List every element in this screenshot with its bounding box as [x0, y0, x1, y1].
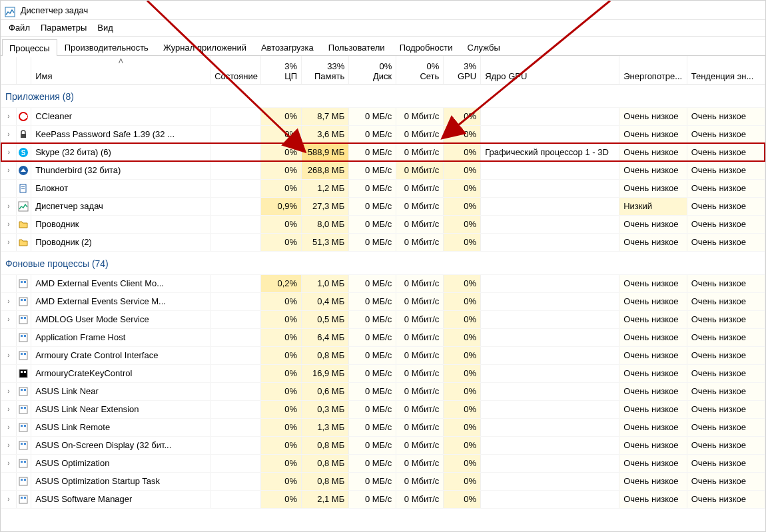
cell-gpu: 0% — [444, 125, 481, 143]
expand-chevron-icon[interactable] — [1, 328, 16, 346]
cell-energy: Очень низкое — [619, 382, 687, 400]
cell-gpucore: Графический процессор 1 - 3D — [481, 143, 619, 161]
tab-6[interactable]: Службы — [460, 39, 508, 57]
cell-energy: Низкий — [619, 197, 687, 215]
cell-mem: 0,8 МБ — [302, 454, 349, 472]
col-header-cpu[interactable]: 3%ЦП — [261, 56, 302, 84]
expand-chevron-icon[interactable]: › — [1, 400, 16, 418]
expand-chevron-icon[interactable]: › — [1, 161, 16, 179]
process-row[interactable]: Application Frame Host0%6,4 МБ0 МБ/с0 Мб… — [1, 328, 765, 346]
col-header-disk[interactable]: 0%Диск — [349, 56, 396, 84]
cell-trend: Очень низкое — [687, 310, 765, 328]
expand-chevron-icon[interactable]: › — [1, 436, 16, 454]
cell-gpucore — [481, 274, 619, 292]
process-row[interactable]: ›Проводник (2)0%51,3 МБ0 МБ/с0 Мбит/с0%О… — [1, 233, 765, 251]
process-row[interactable]: ›Проводник0%8,0 МБ0 МБ/с0 Мбит/с0%Очень … — [1, 215, 765, 233]
process-grid[interactable]: ᐱИмяСостояние3%ЦП33%Память0%Диск0%Сеть3%… — [1, 56, 765, 532]
expand-chevron-icon[interactable]: › — [1, 346, 16, 364]
cell-energy: Очень низкое — [619, 107, 687, 125]
tab-0[interactable]: Процессы — [2, 39, 57, 57]
tab-2[interactable]: Журнал приложений — [156, 39, 254, 57]
cell-net: 0 Мбит/с — [396, 364, 444, 382]
cell-gpu: 0% — [444, 215, 481, 233]
cell-disk: 0 МБ/с — [349, 143, 396, 161]
process-row[interactable]: ›Thunderbird (32 бита)0%268,8 МБ0 МБ/с0 … — [1, 161, 765, 179]
tab-4[interactable]: Пользователи — [321, 39, 392, 57]
process-row[interactable]: ›AMDLOG User Mode Service0%0,5 МБ0 МБ/с0… — [1, 310, 765, 328]
menu-file[interactable]: Файл — [3, 21, 35, 34]
expand-chevron-icon[interactable]: › — [1, 125, 16, 143]
expand-chevron-icon[interactable] — [1, 364, 16, 382]
process-row[interactable]: ›ASUS Software Manager0%2,1 МБ0 МБ/с0 Мб… — [1, 490, 765, 508]
group-header[interactable]: Приложения (8) — [1, 84, 765, 107]
menu-options[interactable]: Параметры — [35, 21, 92, 34]
expand-chevron-icon[interactable] — [1, 472, 16, 490]
expand-chevron-icon[interactable]: › — [1, 197, 16, 215]
process-row[interactable]: ›ASUS Optimization0%0,8 МБ0 МБ/с0 Мбит/с… — [1, 454, 765, 472]
process-icon — [16, 454, 31, 472]
cell-energy: Очень низкое — [619, 364, 687, 382]
cell-energy: Очень низкое — [619, 328, 687, 346]
process-row[interactable]: ›Armoury Crate Control Interface0%0,8 МБ… — [1, 346, 765, 364]
expand-chevron-icon[interactable]: › — [1, 292, 16, 310]
expand-chevron-icon[interactable]: › — [1, 215, 16, 233]
cell-trend: Очень низкое — [687, 215, 765, 233]
process-row[interactable]: ›AMD External Events Service M...0%0,4 М… — [1, 292, 765, 310]
cell-gpucore — [481, 346, 619, 364]
process-row[interactable]: ›ASUS On-Screen Display (32 бит...0%0,8 … — [1, 436, 765, 454]
cell-trend: Очень низкое — [687, 490, 765, 508]
col-header-gpucore[interactable]: Ядро GPU — [481, 56, 619, 84]
expand-chevron-icon[interactable]: › — [1, 310, 16, 328]
process-row[interactable]: ›ASUS Link Remote0%1,3 МБ0 МБ/с0 Мбит/с0… — [1, 418, 765, 436]
process-row[interactable]: Блокнот0%1,2 МБ0 МБ/с0 Мбит/с0%Очень низ… — [1, 179, 765, 197]
cell-net: 0 Мбит/с — [396, 328, 444, 346]
process-name: ASUS Optimization — [31, 454, 210, 472]
expand-chevron-icon[interactable]: › — [1, 418, 16, 436]
expand-chevron-icon[interactable]: › — [1, 454, 16, 472]
col-header-gpu[interactable]: 3%GPU — [444, 56, 481, 84]
cell-disk: 0 МБ/с — [349, 107, 396, 125]
cell-disk: 0 МБ/с — [349, 346, 396, 364]
expand-chevron-icon[interactable]: › — [1, 490, 16, 508]
titlebar[interactable]: Диспетчер задач — [1, 1, 765, 20]
expand-chevron-icon[interactable]: › — [1, 143, 16, 161]
process-row[interactable]: ›ASUS Link Near0%0,6 МБ0 МБ/с0 Мбит/с0%О… — [1, 382, 765, 400]
cell-gpu: 0% — [444, 400, 481, 418]
menu-view[interactable]: Вид — [92, 21, 119, 34]
process-name: ASUS Software Manager — [31, 490, 210, 508]
process-row[interactable]: ›ASUS Link Near Extension0%0,3 МБ0 МБ/с0… — [1, 400, 765, 418]
group-header[interactable]: Фоновые процессы (74) — [1, 251, 765, 274]
expand-chevron-icon[interactable]: › — [1, 233, 16, 251]
cell-gpucore — [481, 161, 619, 179]
process-name: AMD External Events Service M... — [31, 292, 210, 310]
cell-net: 0 Мбит/с — [396, 215, 444, 233]
process-row[interactable]: ArmouryCrateKeyControl0%16,9 МБ0 МБ/с0 М… — [1, 364, 765, 382]
tab-3[interactable]: Автозагрузка — [254, 39, 321, 57]
expand-chevron-icon[interactable]: › — [1, 107, 16, 125]
cell-energy: Очень низкое — [619, 179, 687, 197]
tab-1[interactable]: Производительность — [57, 39, 156, 57]
cell-gpucore — [481, 418, 619, 436]
process-name: KeePass Password Safe 1.39 (32 ... — [31, 125, 210, 143]
expand-chevron-icon[interactable] — [1, 179, 16, 197]
svg-rect-19 — [24, 317, 26, 319]
col-header-mem[interactable]: 33%Память — [302, 56, 349, 84]
col-header-trend[interactable]: Тенденция эн... — [687, 56, 765, 84]
col-header-energy[interactable]: Энергопотре... — [619, 56, 687, 84]
process-row[interactable]: ›CCleaner0%8,7 МБ0 МБ/с0 Мбит/с0%Очень н… — [1, 107, 765, 125]
cell-cpu: 0% — [261, 472, 302, 490]
process-row[interactable]: ASUS Optimization Startup Task0%0,8 МБ0 … — [1, 472, 765, 490]
process-row[interactable]: ›SSkype (32 бита) (6)0%588,9 МБ0 МБ/с0 М… — [1, 143, 765, 161]
col-header-net[interactable]: 0%Сеть — [396, 56, 444, 84]
process-name: AMDLOG User Mode Service — [31, 310, 210, 328]
expand-chevron-icon[interactable] — [1, 274, 16, 292]
expand-chevron-icon[interactable]: › — [1, 382, 16, 400]
process-row[interactable]: AMD External Events Client Mo...0,2%1,0 … — [1, 274, 765, 292]
process-row[interactable]: ›KeePass Password Safe 1.39 (32 ...0%3,6… — [1, 125, 765, 143]
col-header-name[interactable]: ᐱИмя — [31, 56, 210, 84]
process-row[interactable]: ›Диспетчер задач0,9%27,3 МБ0 МБ/с0 Мбит/… — [1, 197, 765, 215]
tab-5[interactable]: Подробности — [392, 39, 460, 57]
col-header-status[interactable]: Состояние — [210, 56, 261, 84]
process-name: Диспетчер задач — [31, 197, 210, 215]
process-icon — [16, 328, 31, 346]
